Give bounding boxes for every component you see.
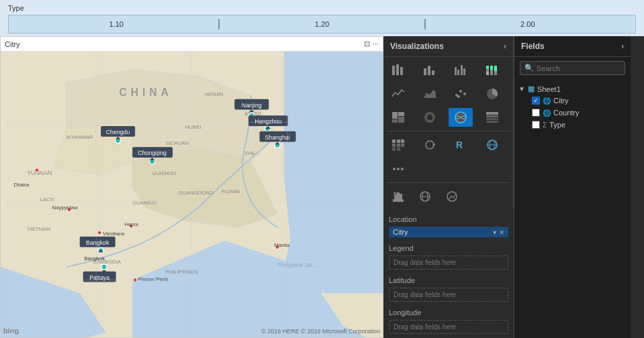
- viz-panel: Visualizations ›: [383, 36, 514, 338]
- viz-analytics-icon[interactable]: [440, 187, 464, 206]
- field-close-icon[interactable]: ✕: [499, 229, 504, 236]
- svg-text:HENAN: HENAN: [205, 91, 224, 97]
- viz-r-icon[interactable]: R: [449, 135, 473, 154]
- viz-refresh[interactable]: [418, 135, 442, 154]
- location-field-tag[interactable]: Citry ▾ ✕: [389, 227, 508, 237]
- svg-point-84: [459, 90, 462, 93]
- svg-rect-119: [394, 192, 396, 196]
- location-field-value: Citry: [393, 228, 408, 236]
- svg-text:Phnom Penh: Phnom Penh: [138, 276, 168, 282]
- viz-grid-5: [383, 157, 513, 181]
- svg-rect-81: [494, 71, 497, 75]
- viz-treemap[interactable]: [386, 108, 410, 127]
- svg-text:R: R: [456, 139, 463, 150]
- viz-arrow[interactable]: ›: [504, 42, 506, 51]
- field-country[interactable]: 🌐 Country: [518, 107, 627, 119]
- svg-text:Vientiane: Vientiane: [103, 231, 125, 237]
- field-dropdown-icon[interactable]: ▾: [493, 229, 496, 236]
- svg-rect-106: [392, 148, 396, 151]
- fields-arrow[interactable]: ›: [621, 42, 624, 51]
- type-value-2: 1.20: [220, 20, 424, 28]
- country-globe-icon: 🌐: [543, 109, 551, 117]
- right-panel: Visualizations ›: [383, 36, 644, 338]
- svg-text:VIETNAM: VIETNAM: [27, 226, 50, 232]
- longitude-section: Longitude Drag data fields here: [389, 307, 508, 334]
- svg-text:ZHE...: ZHE...: [244, 150, 259, 156]
- search-box[interactable]: 🔍: [520, 61, 625, 75]
- legend-drop-zone[interactable]: Drag data fields here: [389, 256, 508, 270]
- svg-text:Bangkok: Bangkok: [86, 239, 109, 246]
- copyright-text: © 2016 HERE © 2016 Microsoft Corporation: [261, 328, 380, 335]
- search-input[interactable]: [537, 64, 629, 72]
- viz-line[interactable]: [386, 84, 410, 103]
- svg-text:Hanoi: Hanoi: [124, 221, 138, 227]
- type-value-1: 1.10: [14, 20, 218, 28]
- svg-text:YUNNAN: YUNNAN: [27, 170, 52, 176]
- fields-tree: ▼ ▦ Sheet1 ✓ 🌐 Citry 🌐 Country: [514, 79, 631, 338]
- svg-point-115: [401, 168, 404, 170]
- svg-rect-89: [398, 112, 404, 116]
- svg-point-24: [101, 264, 107, 270]
- type-sigma-icon: Σ: [543, 121, 547, 129]
- search-icon: 🔍: [524, 64, 534, 72]
- viz-pie[interactable]: [480, 84, 504, 103]
- expand-icon[interactable]: ⊡: [364, 40, 370, 48]
- svg-rect-70: [432, 70, 434, 75]
- latitude-drop-zone[interactable]: Drag data fields here: [389, 288, 508, 302]
- svg-text:Philippine Se...: Philippine Se...: [277, 262, 317, 268]
- map-background: CHINA YUNNAN GUIZHOU HUBEI ANHUI ZHE... …: [1, 52, 383, 337]
- viz-globe[interactable]: [480, 135, 504, 154]
- svg-rect-77: [486, 72, 489, 75]
- viz-paint-icon[interactable]: [386, 187, 410, 206]
- viz-bar[interactable]: [418, 60, 442, 78]
- bing-watermark: bing: [3, 327, 19, 335]
- viz-more[interactable]: [386, 160, 410, 178]
- viz-stacked-bar[interactable]: [386, 60, 410, 78]
- more-icon[interactable]: ···: [373, 40, 379, 48]
- main-content: Citry ⊡ ···: [0, 36, 644, 338]
- longitude-drop-zone[interactable]: Drag data fields here: [389, 320, 508, 334]
- country-checkbox[interactable]: [532, 109, 540, 117]
- tree-expand-icon[interactable]: ▼: [518, 85, 525, 93]
- svg-rect-91: [392, 119, 398, 123]
- svg-text:CHINA: CHINA: [120, 87, 173, 98]
- viz-map[interactable]: [449, 108, 473, 127]
- latitude-label: Latitude: [389, 275, 508, 286]
- svg-rect-99: [486, 121, 498, 123]
- viz-grouped-bar[interactable]: [449, 60, 473, 78]
- svg-point-114: [397, 168, 400, 170]
- location-section: Location Citry ▾ ✕: [389, 214, 508, 237]
- svg-rect-88: [392, 112, 398, 119]
- viz-fields-icon[interactable]: [413, 187, 437, 206]
- svg-rect-98: [486, 118, 498, 120]
- field-citry[interactable]: ✓ 🌐 Citry: [518, 95, 627, 107]
- viz-area[interactable]: [418, 84, 442, 103]
- viz-scatter[interactable]: [449, 84, 473, 103]
- viz-matrix[interactable]: [386, 135, 410, 154]
- viz-donut[interactable]: [418, 108, 442, 127]
- svg-text:GUANGXI: GUANGXI: [132, 200, 156, 206]
- svg-text:Naypyidaw: Naypyidaw: [52, 205, 79, 211]
- viz-table[interactable]: [480, 108, 504, 127]
- field-type[interactable]: Σ Type: [518, 119, 627, 131]
- viz-grid-4: R: [383, 133, 513, 157]
- map-svg: CHINA YUNNAN GUIZHOU HUBEI ANHUI ZHE... …: [1, 52, 383, 337]
- svg-text:GUANGDONG: GUANGDONG: [179, 190, 214, 196]
- svg-rect-65: [392, 66, 395, 75]
- type-checkbox[interactable]: [532, 121, 540, 129]
- legend-label: Legend: [389, 243, 508, 253]
- viz-title: Visualizations: [390, 42, 444, 51]
- svg-point-93: [427, 115, 432, 120]
- type-slider[interactable]: 1.10 1.20 2.00: [8, 15, 636, 34]
- legend-section: Legend Drag data fields here: [389, 243, 508, 270]
- viz-100-bar[interactable]: [480, 60, 504, 78]
- svg-rect-69: [428, 66, 430, 75]
- svg-text:PHILIPPINES: PHILIPPINES: [165, 269, 197, 275]
- svg-text:MYANMAR: MYANMAR: [66, 134, 93, 140]
- sheet-icon: ▦: [528, 84, 535, 93]
- country-name: Country: [553, 109, 580, 117]
- svg-point-29: [97, 231, 101, 235]
- citry-checkbox[interactable]: ✓: [532, 97, 540, 105]
- type-label: Type: [8, 4, 636, 12]
- svg-text:Pattaya: Pattaya: [89, 274, 109, 281]
